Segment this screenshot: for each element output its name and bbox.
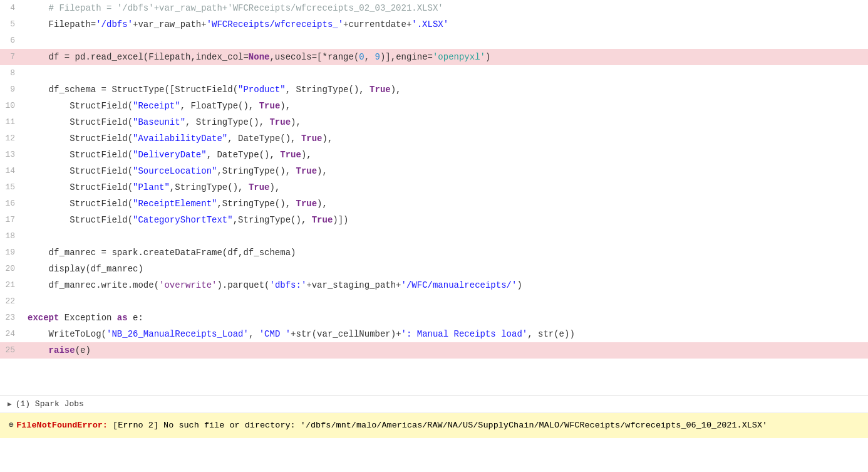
line-content: StructField("ReceiptElement",StringType(… xyxy=(25,196,868,212)
error-output: ⊕FileNotFoundError: [Errno 2] No such fi… xyxy=(0,413,868,438)
token: +var_staging_path+ xyxy=(306,280,401,290)
code-line: 13 StructField("DeliveryDate", DateType(… xyxy=(0,147,868,163)
token: "ReceiptElement" xyxy=(133,199,217,209)
token: +currentdate+ xyxy=(343,19,411,29)
token: StructField( xyxy=(28,150,133,160)
line-content: raise(e) xyxy=(25,342,868,359)
token: '/dbfs' xyxy=(96,19,133,29)
token: True xyxy=(296,166,317,176)
token: True xyxy=(280,150,301,160)
line-content: df_manrec.write.mode('overwrite').parque… xyxy=(25,277,868,293)
line-content: StructField("SourceLocation",StringType(… xyxy=(25,163,868,179)
token: StructField( xyxy=(28,166,133,176)
line-number: 14 xyxy=(0,163,25,179)
token: ) xyxy=(517,280,522,290)
code-line: 16 StructField("ReceiptElement",StringTy… xyxy=(0,196,868,212)
line-number: 9 xyxy=(0,81,25,98)
token: StructField( xyxy=(28,199,133,209)
token: , StringType(), xyxy=(185,117,269,127)
token: , StringType(), xyxy=(286,85,369,95)
line-number: 12 xyxy=(0,130,25,147)
code-line: 9 df_schema = StructType([StructField("P… xyxy=(0,81,868,98)
token: None xyxy=(249,52,270,62)
line-number: 17 xyxy=(0,212,25,228)
token: StructField( xyxy=(28,134,133,144)
token: df_schema = StructType([StructField( xyxy=(28,85,238,95)
token: # Filepath = '/dbfs'+var_raw_path+'WFCRe… xyxy=(28,3,443,13)
token: e: xyxy=(128,313,143,323)
line-content: WriteToLog('NB_26_ManualReceipts_Load', … xyxy=(25,326,868,342)
line-number: 7 xyxy=(0,49,25,65)
token: ), xyxy=(323,134,333,144)
token: , xyxy=(364,52,375,62)
code-line: 15 StructField("Plant",StringType(), Tru… xyxy=(0,179,868,196)
token: +str(var_cellNumber)+ xyxy=(291,329,401,339)
code-line: 23except Exception as e: xyxy=(0,310,868,326)
spark-jobs-bar[interactable]: ▶ (1) Spark Jobs xyxy=(0,396,868,413)
line-content: StructField("CategoryShortText",StringTy… xyxy=(25,212,868,228)
line-content xyxy=(25,293,868,310)
token: StructField( xyxy=(28,101,133,111)
code-line: 7 df = pd.read_excel(Filepath,index_col=… xyxy=(0,49,868,65)
token: ,usecols=[*range( xyxy=(269,52,359,62)
token: )],engine= xyxy=(380,52,433,62)
line-number: 8 xyxy=(0,65,25,81)
token: True xyxy=(296,199,317,209)
token: ), xyxy=(291,117,301,127)
code-line: 5 Filepath='/dbfs'+var_raw_path+'WFCRece… xyxy=(0,16,868,33)
token: , DateType(), xyxy=(227,134,301,144)
token: 'WFCReceipts/wfcreceipts_' xyxy=(207,19,343,29)
line-content: df_schema = StructType([StructField("Pro… xyxy=(25,81,868,98)
token: StructField( xyxy=(28,215,133,225)
code-line: 14 StructField("SourceLocation",StringTy… xyxy=(0,163,868,179)
line-content: except Exception as e: xyxy=(25,310,868,326)
error-message: [Errno 2] No such file or directory: '/d… xyxy=(108,421,767,430)
line-number: 18 xyxy=(0,228,25,244)
token: "Receipt" xyxy=(133,101,180,111)
token: ), xyxy=(301,150,312,160)
code-line: 20 display(df_manrec) xyxy=(0,261,868,277)
token: 'openpyxl' xyxy=(433,52,485,62)
code-line: 22 xyxy=(0,293,868,310)
token: as xyxy=(117,313,128,323)
token: StructField( xyxy=(28,182,133,192)
token: ), xyxy=(269,182,280,192)
token: 'NB_26_ManualReceipts_Load' xyxy=(106,329,249,339)
token: , DateType(), xyxy=(207,150,281,160)
code-line: 25 raise(e) xyxy=(0,342,868,359)
line-number: 16 xyxy=(0,196,25,212)
token: ': Manual Receipts load' xyxy=(401,329,528,339)
line-content: StructField("Baseunit", StringType(), Tr… xyxy=(25,114,868,130)
code-line: 17 StructField("CategoryShortText",Strin… xyxy=(0,212,868,228)
error-expand-icon[interactable]: ⊕ xyxy=(9,421,14,430)
token: , xyxy=(249,329,259,339)
token: ), xyxy=(317,199,328,209)
token: "AvailabilityDate" xyxy=(133,134,227,144)
line-number: 20 xyxy=(0,261,25,277)
line-content xyxy=(25,65,868,81)
token: "CategoryShortText" xyxy=(133,215,233,225)
collapse-icon: ▶ xyxy=(8,400,12,408)
token: df_manrec = spark.createDataFrame(df,df_… xyxy=(28,248,296,258)
line-content xyxy=(25,228,868,244)
line-number: 15 xyxy=(0,179,25,196)
token: , str(e)) xyxy=(527,329,575,339)
line-content: Filepath='/dbfs'+var_raw_path+'WFCReceip… xyxy=(25,16,868,33)
token: ), xyxy=(317,166,328,176)
token: True xyxy=(369,85,391,95)
token: raise xyxy=(28,345,75,355)
token: 0 xyxy=(359,52,364,62)
token: 'overwrite' xyxy=(159,280,217,290)
token: df_manrec.write.mode( xyxy=(28,280,159,290)
token: ).parquet( xyxy=(217,280,269,290)
token: ), xyxy=(280,101,291,111)
token: "DeliveryDate" xyxy=(133,150,207,160)
line-number: 11 xyxy=(0,114,25,130)
token: '/WFC/manualreceipts/' xyxy=(401,280,517,290)
line-number: 24 xyxy=(0,326,25,342)
token: True xyxy=(269,117,291,127)
line-content: StructField("Plant",StringType(), True), xyxy=(25,179,868,196)
token: True xyxy=(259,101,281,111)
token: "Baseunit" xyxy=(133,117,185,127)
line-number: 5 xyxy=(0,16,25,33)
